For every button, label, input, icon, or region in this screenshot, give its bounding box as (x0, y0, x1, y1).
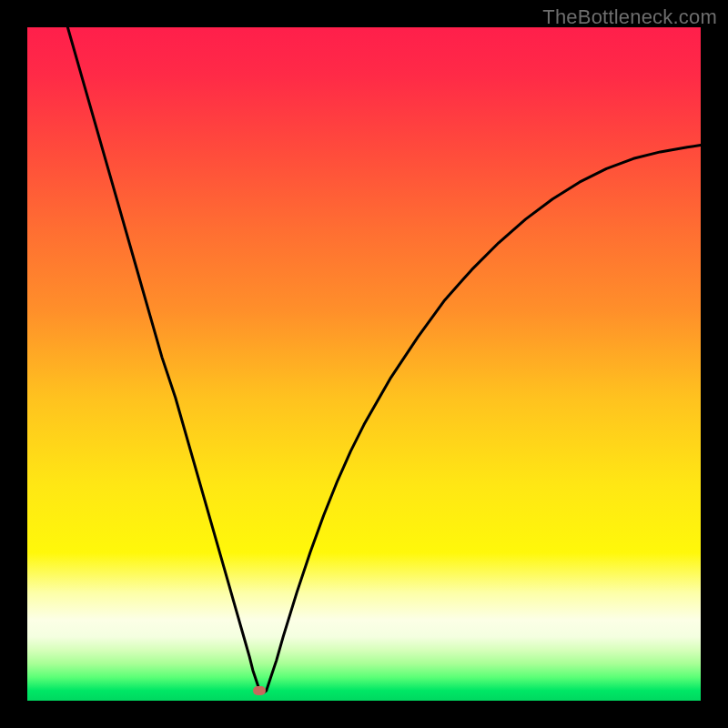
chart-frame: TheBottleneck.com (0, 0, 728, 728)
bottleneck-curve (27, 27, 701, 701)
plot-area (27, 27, 701, 701)
optimum-marker (253, 686, 266, 695)
watermark-text: TheBottleneck.com (542, 5, 717, 29)
